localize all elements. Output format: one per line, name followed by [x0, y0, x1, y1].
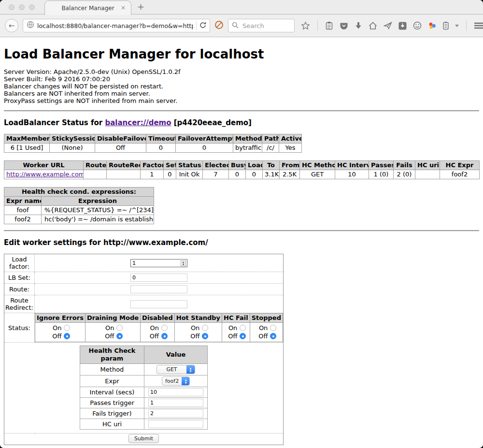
- method-select[interactable]: GET ▲▼: [156, 365, 195, 374]
- blocked-content-icon[interactable]: [214, 20, 224, 31]
- hc-uri-label: HC uri: [80, 419, 144, 430]
- worker-table: Worker URL Route RouteRedir Factor Set S…: [4, 160, 480, 179]
- reload-icon[interactable]: [199, 21, 206, 30]
- col-active: Active: [279, 134, 302, 144]
- route-input[interactable]: [130, 285, 187, 293]
- draining-mode-off-radio[interactable]: [116, 333, 123, 339]
- table-header-row: MaxMembers StickySession DisableFailover…: [4, 134, 302, 144]
- ignore-errors-on-radio[interactable]: [64, 325, 70, 331]
- hot-standby-on-label: On: [188, 324, 199, 332]
- spinner-down-icon[interactable]: ▼: [183, 263, 184, 266]
- cell-from: 2.5K: [280, 170, 300, 179]
- route-redirect-input[interactable]: [130, 300, 187, 308]
- load-factor-cell: ▲▼: [35, 254, 284, 272]
- select-chevrons-icon: ▲▼: [182, 376, 190, 386]
- lb-set-input[interactable]: [130, 274, 187, 282]
- lb-set-label: LB Set:: [4, 272, 35, 284]
- cell-disablefailover: Off: [95, 144, 146, 153]
- cell-busy: 0: [229, 170, 246, 179]
- col-to: To: [263, 161, 280, 170]
- tab-balancer-manager[interactable]: Balancer Manager ×: [44, 0, 131, 15]
- disabled-off-radio[interactable]: [161, 333, 168, 339]
- hc-fails-cell: [144, 408, 208, 419]
- stopped-on-radio[interactable]: [270, 325, 276, 331]
- disabled-on-radio[interactable]: [161, 325, 168, 331]
- zoom-window-button[interactable]: [29, 4, 35, 10]
- submit-row: Submit: [4, 434, 284, 445]
- stopped-off-radio[interactable]: [270, 333, 276, 339]
- expr-row-foof2: foof2 hc('body') =~ /domain is establish…: [4, 215, 154, 224]
- search-icon: [232, 21, 239, 30]
- load-factor-input[interactable]: [130, 259, 187, 267]
- hc-passes-input[interactable]: [148, 399, 203, 407]
- chevron-down-icon: ▼: [185, 381, 187, 384]
- hc-fails-input[interactable]: [148, 409, 203, 418]
- notes-list-icon[interactable]: [443, 21, 449, 30]
- home-icon[interactable]: [369, 22, 377, 29]
- tab-close-icon[interactable]: ×: [121, 4, 126, 11]
- col-hc-uri: HC uri: [415, 161, 440, 170]
- hot-standby-on-radio[interactable]: [202, 325, 208, 331]
- cell-hc-uri: [415, 170, 440, 179]
- toolbar-separator-2: [466, 20, 467, 31]
- new-tab-button[interactable]: +: [137, 1, 144, 12]
- table-row: 6 [1 Used] (None) Off 0 0 bytraffic /c/ …: [4, 144, 302, 153]
- col-path: Path: [262, 134, 279, 144]
- balancer-heading-prefix: LoadBalancer Status for: [4, 118, 105, 127]
- bookmarks-clipboard-icon[interactable]: [325, 21, 333, 30]
- hc-passes-row: Passes trigger: [80, 398, 208, 408]
- url-bar[interactable]: localhost:8880/balancer-manager?b=demo&w…: [23, 19, 210, 32]
- cell-factor: 1: [141, 170, 164, 179]
- cell-path: /c/: [262, 144, 279, 153]
- hc-passes-label: Passes trigger: [80, 398, 144, 408]
- load-factor-label: Load factor:: [4, 254, 35, 272]
- col-passes: Passes: [369, 161, 394, 170]
- col-expression: Expression: [42, 197, 154, 206]
- chevron-down-icon[interactable]: [455, 25, 459, 27]
- bookmark-star-icon[interactable]: [301, 21, 310, 30]
- submit-button[interactable]: Submit: [128, 434, 159, 443]
- hc-passes-cell: [144, 398, 208, 408]
- col-draining-mode: Draining Mode: [85, 314, 140, 323]
- status-table: Ignore Errors Draining Mode Disabled Hot…: [35, 313, 283, 342]
- back-button[interactable]: ←: [5, 19, 18, 32]
- search-bar[interactable]: [228, 19, 295, 32]
- route-redirect-row: Route Redirect:: [4, 295, 284, 313]
- minimize-window-button[interactable]: [19, 4, 25, 10]
- tab-title: Balancer Manager: [61, 5, 114, 12]
- colored-dots-extension-icon[interactable]: [428, 21, 437, 30]
- downloads-icon[interactable]: [355, 22, 362, 29]
- expr-select[interactable]: foof2 ▲▼: [162, 376, 190, 386]
- save-to-device-icon[interactable]: [398, 22, 407, 30]
- hc-fail-off-radio[interactable]: [240, 333, 246, 339]
- cell-stickysession: (None): [50, 144, 95, 153]
- feedback-smiley-icon[interactable]: [413, 21, 422, 30]
- number-spinner-icon[interactable]: ▲▼: [181, 260, 186, 266]
- select-chevrons-icon: ▲▼: [186, 365, 195, 374]
- url-text[interactable]: localhost:8880/balancer-manager?b=demo&w…: [37, 22, 193, 29]
- balancer-demo-link[interactable]: balancer://demo: [105, 118, 171, 127]
- hc-uri-input[interactable]: [148, 420, 203, 428]
- worker-url-link[interactable]: http://www.example.com/: [6, 171, 84, 178]
- cell-passes: 1 (0): [369, 170, 394, 179]
- send-plane-icon[interactable]: [384, 22, 392, 29]
- hc-interval-label: Interval (secs): [80, 387, 144, 398]
- hot-standby-off-radio[interactable]: [202, 333, 208, 339]
- close-window-button[interactable]: [9, 4, 14, 10]
- col-worker-url: Worker URL: [4, 161, 84, 170]
- cell-expression: %{REQUEST_STATUS} =~ /^[234]/: [42, 206, 154, 215]
- ignore-errors-cell: On Off: [35, 323, 85, 342]
- cell-active: Yes: [279, 144, 302, 153]
- search-input[interactable]: [242, 22, 291, 30]
- server-built-line: Server Built: Feb 9 2016 07:00:20: [4, 75, 479, 83]
- menu-hamburger-icon[interactable]: [474, 22, 483, 29]
- divider-2: [4, 230, 479, 231]
- hc-fail-on-radio[interactable]: [240, 325, 246, 331]
- col-routeredir: RouteRedir: [107, 161, 141, 170]
- hc-interval-input[interactable]: [148, 388, 203, 396]
- draining-mode-on-radio[interactable]: [116, 325, 123, 331]
- route-redirect-cell: [35, 295, 284, 313]
- ignore-errors-off-radio[interactable]: [64, 333, 70, 339]
- pocket-icon[interactable]: [340, 22, 348, 30]
- cell-fails: 2 (0): [394, 170, 415, 179]
